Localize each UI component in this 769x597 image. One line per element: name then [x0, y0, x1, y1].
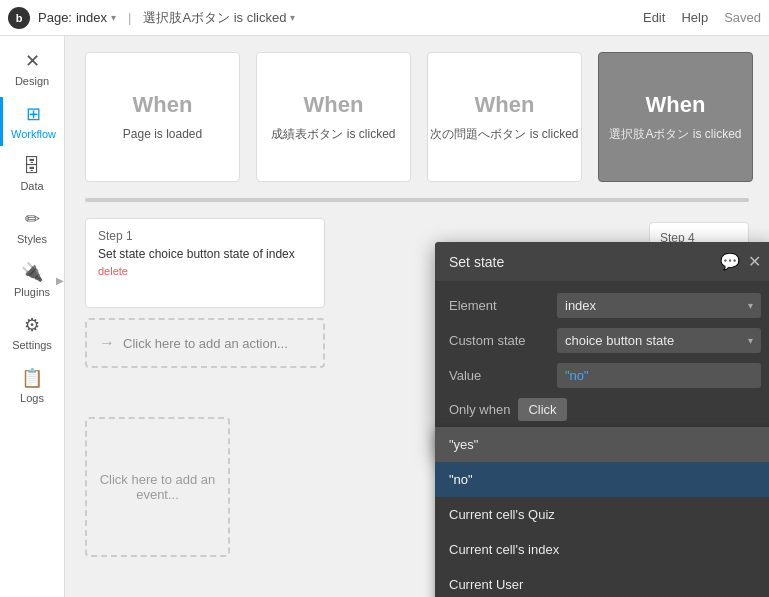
app-logo: b: [8, 7, 30, 29]
sidebar-label-settings: Settings: [12, 339, 52, 351]
main-layout: ✕ Design ⊞ Workflow 🗄 Data ✏ Styles 🔌 Pl…: [0, 36, 769, 597]
only-when-label: Only when: [449, 402, 510, 417]
card3-when: When: [646, 92, 706, 118]
value-row: Value "no": [449, 363, 761, 388]
step1-delete[interactable]: delete: [98, 265, 312, 277]
custom-state-chevron-icon: ▾: [748, 335, 753, 346]
step1-label: Step 1: [98, 229, 312, 243]
modal-close-icon[interactable]: ✕: [748, 252, 761, 271]
sidebar-label-plugins: Plugins: [14, 286, 50, 298]
sidebar-item-data[interactable]: 🗄 Data: [0, 150, 64, 198]
sidebar-label-data: Data: [20, 180, 43, 192]
dropdown-item-index[interactable]: Current cell's index: [435, 532, 769, 567]
separator: |: [128, 10, 131, 25]
sidebar: ✕ Design ⊞ Workflow 🗄 Data ✏ Styles 🔌 Pl…: [0, 36, 65, 597]
element-row: Element index ▾: [449, 293, 761, 318]
page-label: Page:: [38, 10, 72, 25]
value-label: Value: [449, 368, 549, 383]
workflow-selector[interactable]: 選択肢Aボタン is clicked ▾: [143, 9, 295, 27]
custom-state-label: Custom state: [449, 333, 549, 348]
add-action-button[interactable]: → Click here to add an action...: [85, 318, 325, 368]
element-value: index: [565, 298, 596, 313]
card0-when: When: [133, 92, 193, 118]
click-button[interactable]: Click: [518, 398, 566, 421]
value-field[interactable]: "no": [557, 363, 761, 388]
modal-header: Set state 💬 ✕: [435, 242, 769, 281]
dropdown-item-user[interactable]: Current User: [435, 567, 769, 597]
workflow-card-1[interactable]: When 成績表ボタン is clicked: [256, 52, 411, 182]
add-action-label: Click here to add an action...: [123, 336, 288, 351]
sidebar-item-styles[interactable]: ✏ Styles: [0, 202, 64, 251]
settings-icon: ⚙: [24, 314, 40, 336]
sidebar-label-design: Design: [15, 75, 49, 87]
data-icon: 🗄: [23, 156, 41, 177]
page-selector[interactable]: Page: index ▾: [38, 10, 116, 25]
step1-box: Step 1 Set state choice button state of …: [85, 218, 325, 308]
menu-edit[interactable]: Edit: [643, 10, 665, 25]
saved-status: Saved: [724, 10, 761, 25]
page-chevron-icon: ▾: [111, 12, 116, 23]
custom-state-value: choice button state: [565, 333, 674, 348]
modal-title: Set state: [449, 254, 504, 270]
step1-title: Set state choice button state of index: [98, 247, 312, 261]
add-event-label: Click here to add an event...: [87, 472, 228, 502]
top-bar: b Page: index ▾ | 選択肢Aボタン is clicked ▾ E…: [0, 0, 769, 36]
sidebar-label-styles: Styles: [17, 233, 47, 245]
logs-icon: 📋: [21, 367, 43, 389]
sidebar-item-settings[interactable]: ⚙ Settings: [0, 308, 64, 357]
add-event-button[interactable]: Click here to add an event...: [85, 417, 230, 557]
workflow-icon: ⊞: [26, 103, 41, 125]
dropdown-menu: "yes" "no" Current cell's Quiz Current c…: [435, 427, 769, 597]
dropdown-item-yes[interactable]: "yes": [435, 427, 769, 462]
modal-comment-icon[interactable]: 💬: [720, 252, 740, 271]
card1-when: When: [304, 92, 364, 118]
card2-desc: 次の問題へボタン is clicked: [430, 126, 578, 143]
page-name: index: [76, 10, 107, 25]
collapse-icon: ▶: [56, 274, 64, 285]
styles-icon: ✏: [25, 208, 40, 230]
sidebar-item-plugins[interactable]: 🔌 Plugins ▶: [0, 255, 64, 304]
set-state-modal: Set state 💬 ✕ Element index ▾: [435, 242, 769, 457]
workflow-card-3[interactable]: When 選択肢Aボタン is clicked: [598, 52, 753, 182]
workflow-card-0[interactable]: When Page is loaded: [85, 52, 240, 182]
workflow-chevron-icon: ▾: [290, 12, 295, 23]
card0-desc: Page is loaded: [123, 126, 202, 143]
custom-state-select[interactable]: choice button state ▾: [557, 328, 761, 353]
workflow-steps: Step 1 Set state choice button state of …: [65, 182, 769, 597]
workflow-name: 選択肢Aボタン is clicked: [143, 9, 286, 27]
menu-bar: Edit Help Saved: [643, 10, 761, 25]
sidebar-label-logs: Logs: [20, 392, 44, 404]
card2-when: When: [475, 92, 535, 118]
plugins-icon: 🔌: [21, 261, 43, 283]
menu-help[interactable]: Help: [681, 10, 708, 25]
sidebar-item-design[interactable]: ✕ Design: [0, 44, 64, 93]
sidebar-label-workflow: Workflow: [11, 128, 56, 140]
arrow-icon: →: [99, 334, 115, 352]
card3-desc: 選択肢Aボタン is clicked: [609, 126, 741, 143]
only-when-row: Only when Click: [449, 398, 761, 421]
content-area: When Page is loaded When 成績表ボタン is click…: [65, 36, 769, 597]
sidebar-item-logs[interactable]: 📋 Logs: [0, 361, 64, 410]
element-chevron-icon: ▾: [748, 300, 753, 311]
divider: [85, 198, 749, 202]
workflow-tabs: When Page is loaded When 成績表ボタン is click…: [65, 36, 769, 182]
element-select[interactable]: index ▾: [557, 293, 761, 318]
dropdown-item-no[interactable]: "no": [435, 462, 769, 497]
sidebar-item-workflow[interactable]: ⊞ Workflow: [0, 97, 64, 146]
workflow-card-2[interactable]: When 次の問題へボタン is clicked: [427, 52, 582, 182]
dropdown-item-quiz[interactable]: Current cell's Quiz: [435, 497, 769, 532]
card1-desc: 成績表ボタン is clicked: [271, 126, 395, 143]
design-icon: ✕: [25, 50, 40, 72]
element-label: Element: [449, 298, 549, 313]
custom-state-row: Custom state choice button state ▾: [449, 328, 761, 353]
